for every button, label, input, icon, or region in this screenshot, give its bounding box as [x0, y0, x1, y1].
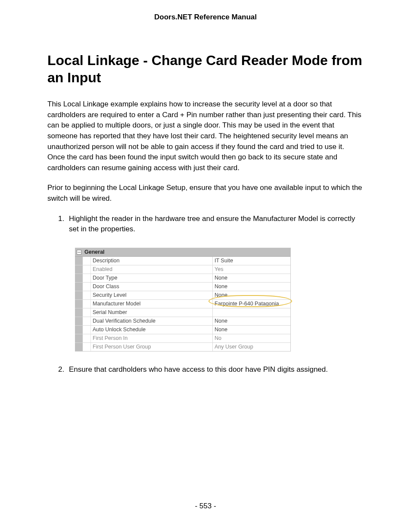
property-value[interactable]: Any User Group — [213, 343, 290, 351]
property-value[interactable]: No — [213, 334, 290, 342]
property-row-gutter — [75, 343, 83, 351]
property-row-indent — [83, 265, 91, 274]
step-2-text: Ensure that cardholders who have access … — [69, 365, 328, 373]
property-row-indent — [83, 326, 91, 334]
minus-icon — [77, 250, 81, 255]
property-label: First Person In — [91, 334, 213, 342]
property-label: Security Level — [91, 291, 213, 299]
property-row-indent — [83, 317, 91, 325]
property-row-gutter — [75, 265, 83, 274]
property-row: Door TypeNone — [75, 274, 290, 283]
collapse-toggle[interactable] — [75, 248, 83, 256]
property-row: Door ClassNone — [75, 283, 290, 291]
property-row: Serial Number — [75, 308, 290, 317]
property-row-indent — [83, 274, 91, 282]
property-row-gutter — [75, 300, 83, 308]
property-group-label: General — [83, 248, 290, 256]
property-row-gutter — [75, 283, 83, 291]
property-value[interactable]: None — [213, 326, 290, 334]
property-row: Security LevelNone — [75, 291, 290, 300]
intro-paragraph-1: This Local Linkage example explains how … — [47, 99, 364, 173]
document-header: Doors.NET Reference Manual — [47, 13, 364, 22]
step-2: Ensure that cardholders who have access … — [66, 364, 364, 375]
property-row: DescriptionIT Suite — [75, 257, 290, 265]
property-grid: General DescriptionIT SuiteEnabledYesDoo… — [75, 248, 291, 352]
property-row-indent — [83, 300, 91, 308]
intro-paragraph-2: Prior to beginning the Local Linkage Set… — [47, 183, 364, 204]
property-row-indent — [83, 308, 91, 317]
page-title: Local Linkage - Change Card Reader Mode … — [47, 52, 364, 86]
property-value[interactable]: Yes — [213, 265, 290, 274]
property-label: Enabled — [91, 265, 213, 274]
property-row: Dual Verification ScheduleNone — [75, 317, 290, 326]
property-label: First Person User Group — [91, 343, 213, 351]
page-number: - 553 - — [0, 502, 411, 510]
property-group-header: General — [75, 248, 290, 257]
property-row-indent — [83, 257, 91, 265]
property-row-gutter — [75, 326, 83, 334]
property-row-indent — [83, 343, 91, 351]
property-row-gutter — [75, 291, 83, 299]
property-value[interactable]: Farpointe P-640 Patagonia — [213, 300, 290, 308]
property-row: EnabledYes — [75, 265, 290, 274]
property-row-gutter — [75, 317, 83, 325]
property-value[interactable]: None — [213, 291, 290, 299]
property-value[interactable] — [213, 308, 290, 317]
property-label: Dual Verification Schedule — [91, 317, 213, 325]
property-row-indent — [83, 283, 91, 291]
property-row: Auto Unlock ScheduleNone — [75, 326, 290, 334]
property-label: Door Type — [91, 274, 213, 282]
property-value[interactable]: IT Suite — [213, 257, 290, 265]
property-value[interactable]: None — [213, 317, 290, 325]
property-row: Manufacturer ModelFarpointe P-640 Patago… — [75, 300, 290, 308]
property-row-indent — [83, 291, 91, 299]
property-label: Door Class — [91, 283, 213, 291]
steps-list: Highlight the reader in the hardware tre… — [47, 214, 364, 375]
property-value[interactable]: None — [213, 274, 290, 282]
step-1-text: Highlight the reader in the hardware tre… — [69, 215, 355, 233]
property-row-gutter — [75, 308, 83, 317]
property-label: Serial Number — [91, 308, 213, 317]
property-label: Auto Unlock Schedule — [91, 326, 213, 334]
property-row-indent — [83, 334, 91, 342]
property-label: Description — [91, 257, 213, 265]
property-row-gutter — [75, 257, 83, 265]
property-row: First Person InNo — [75, 334, 290, 343]
property-row: First Person User GroupAny User Group — [75, 343, 290, 351]
property-value[interactable]: None — [213, 283, 290, 291]
property-label: Manufacturer Model — [91, 300, 213, 308]
property-row-gutter — [75, 274, 83, 282]
page: Doors.NET Reference Manual Local Linkage… — [0, 0, 411, 532]
property-row-gutter — [75, 334, 83, 342]
step-1: Highlight the reader in the hardware tre… — [66, 214, 364, 352]
